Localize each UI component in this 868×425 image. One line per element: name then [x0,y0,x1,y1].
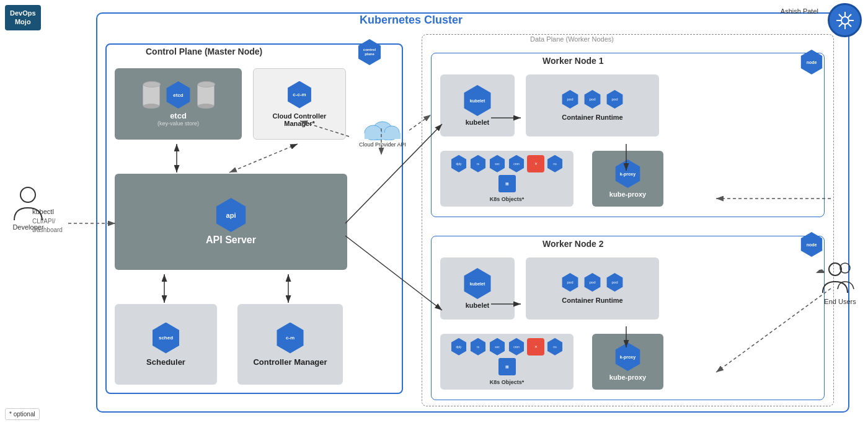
wn2-pod-icon-1: pod [561,273,580,292]
wn1-kubelet-box: kubelet kubelet [440,74,515,136]
wn1-k8s-objects-box: dply rs svc cron ✕ ns ▦ K8s Objects* [440,151,574,207]
etcd-sublabel: (key-value store) [157,120,199,127]
wn2-kubelet-label: kubelet [466,302,490,309]
worker-node-1-icon: node [799,50,824,74]
controller-manager-box: c-m Controller Manager [237,304,343,385]
svg-rect-34 [365,133,401,139]
wn1-kubelet-icon: kubelet [462,85,493,116]
svg-point-20 [841,17,849,24]
etcd-label: etcd [170,111,187,120]
wn2-pod-icon-3: pod [606,273,624,292]
control-plane-title: Control Plane (Master Node) [146,47,262,56]
wn2-grid-icon: ▦ [498,358,516,375]
api-server-box: api API Server [115,174,347,270]
worker-node-1-title: Worker Node 1 [542,56,604,66]
wn1-grid-icon: ▦ [498,175,516,192]
cluster-title: Kubernetes Cluster [360,14,463,27]
wn1-kubelet-label: kubelet [466,119,490,126]
end-users-section: End Users [822,261,859,305]
author-label: Ashish Patel [781,7,818,15]
worker-node-2-title: Worker Node 2 [542,239,604,249]
svg-point-36 [829,263,841,275]
wn2-k8s-objects-box: dply rs svc cron ✕ ns ▦ K8s Objects* [440,334,574,390]
wn2-rs-icon: rs [469,338,487,356]
wn2-deploy-icon: dply [450,338,467,356]
wn1-kube-proxy-label: kube-proxy [609,190,646,198]
wn1-pod-icon-2: pod [583,90,602,109]
wn1-container-runtime-box: pod pod pod Container Runtime [526,74,659,136]
wn2-kubelet-box: kubelet kubelet [440,257,515,320]
wn2-svc-icon: svc [489,338,506,356]
wn1-container-runtime-label: Container Runtime [562,114,622,121]
scheduler-label: Scheduler [146,357,185,367]
wn2-x-icon: ✕ [527,338,544,356]
kubectl-label: kubectl [32,208,54,215]
api-server-label: API Server [206,235,256,246]
ccm-label: Cloud Controller Manager* [259,112,340,127]
scheduler-icon: sched [151,323,182,354]
wn1-kube-proxy-icon: k-proxy [614,159,642,188]
svg-line-27 [848,14,851,18]
ccm-box: c-c-m Cloud Controller Manager* [253,68,346,140]
wn2-pod-icon-2: pod [583,273,602,292]
data-plane-title: Data Plane (Worker Nodes) [530,35,614,43]
controller-manager-icon: c-m [275,323,306,354]
svg-line-25 [839,14,843,18]
wn1-pod-icon-3: pod [606,90,624,109]
wn2-cron-icon: cron [508,338,525,356]
cloud-icon [361,117,404,140]
wn2-kube-proxy-label: kube-proxy [609,374,646,381]
etcd-cylinder-2 [197,83,215,107]
cloud-label: Cloud Provider API [359,141,406,148]
etcd-icon: etcd [165,81,192,109]
etcd-box: etcd etcd (key-value store) [115,68,242,140]
cli-api-dashboard-label: CLI/API/Dashboard [32,217,63,235]
api-server-icon: api [214,198,248,232]
etcd-cylinder-1 [143,83,160,107]
optional-note: * optional [5,408,40,420]
wn1-svc-icon: svc [489,155,506,172]
wn2-container-runtime-label: Container Runtime [562,297,622,304]
wn2-container-runtime-box: pod pod pod Container Runtime [526,257,659,320]
scheduler-box: sched Scheduler [115,304,217,385]
end-users-label: End Users [824,298,856,305]
wn1-ns-icon: ns [546,155,564,172]
wn2-k8s-objects-label: K8s Objects* [444,379,570,385]
wn2-ns-icon: ns [546,338,564,356]
k8s-main-icon [828,3,862,37]
end-users-person-icon [822,261,859,298]
ccm-icon: c-c-m [286,81,313,109]
svg-line-28 [839,23,843,27]
wn2-kube-proxy-icon: k-proxy [614,342,642,371]
wn1-rs-icon: rs [469,155,487,172]
wn2-kube-proxy-box: k-proxy kube-proxy [592,334,663,390]
controller-manager-label: Controller Manager [253,357,327,367]
wn1-k8s-objects-label: K8s Objects* [444,196,570,202]
wn1-cron-icon: cron [508,155,525,172]
svg-line-26 [848,23,851,27]
wn2-kubelet-icon: kubelet [462,268,493,299]
devops-mojo-logo: DevOps Mojo [5,5,41,30]
wn1-x-icon: ✕ [527,155,544,172]
control-plane-icon: controlplane [356,39,383,65]
wn1-deploy-icon: dply [450,155,467,172]
wn1-pod-icon-1: pod [561,90,580,109]
svg-point-35 [20,187,35,202]
wn1-kube-proxy-box: k-proxy kube-proxy [592,151,663,207]
worker-node-2-icon: node [799,232,824,257]
cloud-provider-box: Cloud Provider API [352,110,414,154]
